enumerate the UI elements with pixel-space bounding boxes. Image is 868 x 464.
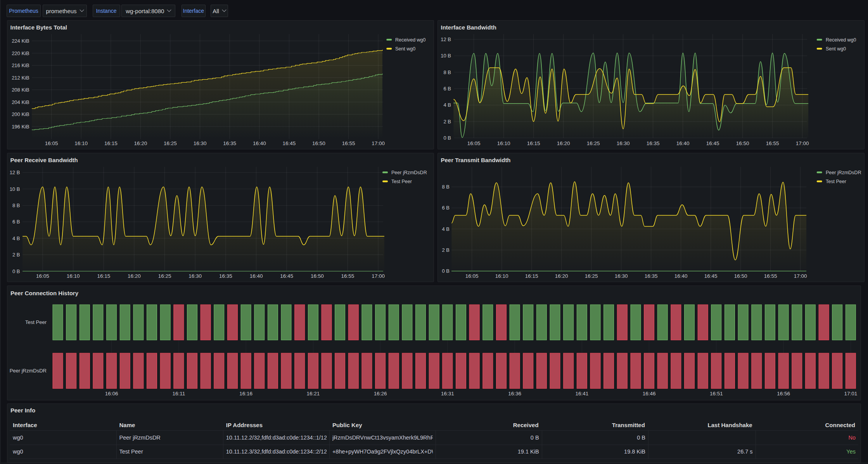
svg-text:6 B: 6 B	[443, 86, 451, 92]
svg-text:16:16: 16:16	[239, 391, 252, 396]
svg-text:6 B: 6 B	[12, 219, 20, 225]
svg-text:16:25: 16:25	[585, 273, 598, 279]
svg-text:10 B: 10 B	[441, 53, 451, 59]
svg-text:17:01: 17:01	[844, 391, 857, 396]
svg-text:Peer jRzmDsDR: Peer jRzmDsDR	[826, 170, 861, 175]
svg-text:16:15: 16:15	[104, 140, 118, 146]
svg-text:16:45: 16:45	[704, 273, 718, 279]
svg-text:Peer jRzmDsDR: Peer jRzmDsDR	[10, 368, 47, 374]
svg-text:17:00: 17:00	[794, 273, 807, 279]
svg-text:208 KiB: 208 KiB	[12, 87, 29, 93]
svg-text:0 B: 0 B	[442, 268, 450, 274]
svg-text:2 B: 2 B	[442, 247, 450, 253]
svg-text:16:15: 16:15	[527, 140, 540, 146]
svg-text:Peer Transmit Bandwidth: Peer Transmit Bandwidth	[441, 157, 511, 163]
svg-text:16:20: 16:20	[555, 273, 568, 279]
svg-text:Test Peer: Test Peer	[25, 319, 47, 325]
svg-text:Received wg0: Received wg0	[826, 37, 856, 43]
svg-text:16:05: 16:05	[467, 140, 481, 146]
svg-text:16:06: 16:06	[105, 391, 118, 396]
svg-text:2 B: 2 B	[443, 119, 451, 125]
svg-text:16:55: 16:55	[766, 140, 779, 146]
svg-text:Peer Connection History: Peer Connection History	[10, 290, 79, 296]
svg-text:212 KiB: 212 KiB	[12, 75, 29, 81]
svg-text:16:45: 16:45	[706, 140, 719, 146]
svg-text:Test Peer: Test Peer	[826, 179, 846, 184]
svg-text:17:00: 17:00	[796, 140, 809, 146]
svg-text:16:45: 16:45	[280, 273, 293, 279]
svg-text:16:30: 16:30	[188, 273, 202, 279]
svg-text:16:05: 16:05	[36, 273, 49, 279]
svg-text:Peer Info: Peer Info	[10, 407, 35, 414]
svg-text:0 B: 0 B	[12, 268, 20, 274]
svg-text:200 KiB: 200 KiB	[12, 111, 29, 117]
svg-text:16:50: 16:50	[312, 140, 325, 146]
svg-text:16:35: 16:35	[219, 273, 232, 279]
svg-text:0 B: 0 B	[443, 135, 451, 141]
svg-text:196 KiB: 196 KiB	[12, 124, 29, 130]
svg-text:4 B: 4 B	[12, 235, 20, 241]
svg-text:Sent wg0: Sent wg0	[826, 46, 846, 52]
svg-text:16:20: 16:20	[557, 140, 570, 146]
svg-text:16:10: 16:10	[495, 273, 508, 279]
svg-text:16:46: 16:46	[643, 391, 656, 396]
svg-text:Received wg0: Received wg0	[395, 37, 426, 43]
svg-text:2 B: 2 B	[12, 252, 20, 258]
svg-text:16:41: 16:41	[575, 391, 588, 396]
svg-text:Peer jRzmDsDR: Peer jRzmDsDR	[391, 170, 427, 175]
svg-text:16:10: 16:10	[67, 273, 80, 279]
svg-text:16:30: 16:30	[615, 273, 628, 279]
svg-text:8 B: 8 B	[12, 203, 20, 208]
svg-text:220 KiB: 220 KiB	[12, 50, 29, 56]
svg-text:16:40: 16:40	[250, 273, 263, 279]
svg-text:16:40: 16:40	[674, 273, 688, 279]
svg-text:16:30: 16:30	[617, 140, 630, 146]
svg-text:12 B: 12 B	[441, 36, 451, 42]
svg-text:16:25: 16:25	[587, 140, 600, 146]
svg-text:Interface Bandwidth: Interface Bandwidth	[441, 24, 496, 31]
svg-text:16:26: 16:26	[374, 391, 387, 396]
svg-text:6 B: 6 B	[442, 205, 450, 211]
svg-text:16:25: 16:25	[158, 273, 171, 279]
svg-text:16:50: 16:50	[734, 273, 747, 279]
svg-text:16:30: 16:30	[194, 140, 207, 146]
svg-text:16:35: 16:35	[223, 140, 236, 146]
svg-text:16:15: 16:15	[525, 273, 538, 279]
svg-text:16:51: 16:51	[710, 391, 723, 396]
svg-text:16:05: 16:05	[465, 273, 479, 279]
svg-text:16:55: 16:55	[341, 273, 354, 279]
svg-text:17:00: 17:00	[372, 140, 385, 146]
svg-text:16:21: 16:21	[307, 391, 320, 396]
svg-text:12 B: 12 B	[10, 170, 20, 175]
svg-text:216 KiB: 216 KiB	[12, 62, 29, 68]
svg-text:10 B: 10 B	[10, 186, 20, 192]
svg-text:16:15: 16:15	[97, 273, 110, 279]
svg-text:Peer Receive Bandwidth: Peer Receive Bandwidth	[10, 157, 78, 163]
svg-text:16:10: 16:10	[497, 140, 510, 146]
svg-text:16:35: 16:35	[647, 140, 660, 146]
svg-text:16:55: 16:55	[764, 273, 777, 279]
svg-text:224 KiB: 224 KiB	[12, 38, 29, 44]
svg-text:16:50: 16:50	[311, 273, 324, 279]
svg-text:16:50: 16:50	[736, 140, 749, 146]
svg-text:16:56: 16:56	[777, 391, 790, 396]
svg-text:204 KiB: 204 KiB	[12, 99, 29, 105]
svg-text:4 B: 4 B	[442, 226, 450, 232]
svg-text:16:45: 16:45	[283, 140, 296, 146]
svg-text:16:11: 16:11	[172, 391, 185, 396]
svg-text:16:40: 16:40	[676, 140, 690, 146]
svg-text:Test Peer: Test Peer	[391, 179, 412, 184]
svg-text:16:10: 16:10	[74, 140, 88, 146]
svg-text:16:20: 16:20	[134, 140, 147, 146]
svg-text:16:05: 16:05	[45, 140, 58, 146]
svg-text:16:31: 16:31	[441, 391, 454, 396]
svg-text:16:55: 16:55	[342, 140, 355, 146]
svg-text:16:25: 16:25	[164, 140, 177, 146]
svg-text:4 B: 4 B	[443, 102, 451, 108]
svg-text:8 B: 8 B	[443, 69, 451, 75]
svg-text:8 B: 8 B	[442, 184, 450, 190]
svg-text:16:35: 16:35	[645, 273, 658, 279]
svg-text:16:40: 16:40	[253, 140, 266, 146]
svg-text:Sent wg0: Sent wg0	[395, 46, 415, 52]
svg-text:17:00: 17:00	[372, 273, 385, 279]
